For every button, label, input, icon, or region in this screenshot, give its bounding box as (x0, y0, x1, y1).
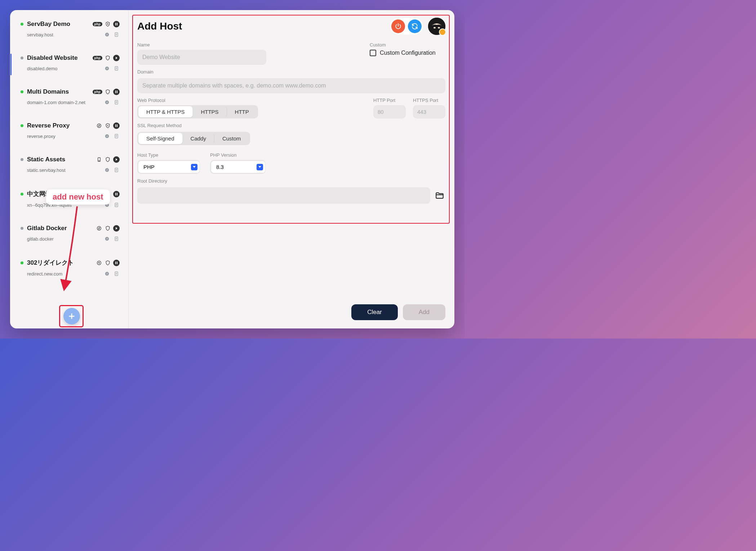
shield-icon (104, 260, 111, 266)
document-icon[interactable] (113, 31, 120, 38)
host-domain: reverse.proxy (27, 134, 100, 139)
add-host-form: Name Custom Custom Configuration Domain … (137, 39, 445, 204)
svg-rect-1 (115, 23, 116, 26)
host-type-label: Host Type (137, 152, 200, 158)
svg-point-17 (99, 161, 99, 161)
avatar[interactable] (428, 18, 445, 35)
php-version-select[interactable]: 8.3 (211, 161, 265, 173)
domain-input[interactable] (137, 78, 445, 93)
sidebar-host-item[interactable]: ServBay Demophpservbay.host (10, 18, 128, 42)
sidebar-host-item[interactable]: Gitlab Dockergitlab.docker (10, 222, 128, 246)
php-badge-icon: php (93, 56, 102, 60)
ssl-method-segmented: Self-Signed Caddy Custom (137, 132, 250, 145)
ssl-caddy[interactable]: Caddy (183, 133, 214, 144)
compass-icon[interactable] (104, 270, 110, 277)
swap-icon (96, 122, 102, 129)
svg-rect-21 (117, 193, 117, 195)
custom-config-checkbox[interactable] (370, 50, 376, 56)
ssl-method-label: SSL Request Method (137, 123, 445, 128)
pause-icon[interactable] (113, 260, 120, 266)
status-dot-icon (21, 227, 23, 230)
svg-point-33 (433, 27, 436, 28)
compass-icon[interactable] (104, 133, 110, 139)
pause-icon[interactable] (113, 21, 120, 27)
device-icon (96, 156, 102, 163)
host-name: Reverse Proxy (27, 122, 92, 129)
host-domain: gitlab.docker (27, 236, 100, 242)
https-port-label: HTTPS Port (413, 98, 445, 103)
php-badge-icon: php (93, 90, 102, 94)
svg-point-34 (438, 27, 440, 28)
sidebar-host-item[interactable]: Static Assetsstatic.servbay.host (10, 153, 128, 178)
play-icon[interactable] (113, 225, 120, 232)
protocol-https[interactable]: HTTPS (193, 106, 227, 117)
compass-icon[interactable] (104, 31, 110, 38)
svg-rect-2 (117, 23, 117, 26)
host-domain: redirect.new.com (27, 271, 100, 277)
pause-icon[interactable] (113, 89, 120, 95)
browse-folder-button[interactable] (434, 191, 445, 201)
ssl-custom[interactable]: Custom (214, 133, 249, 144)
sidebar-host-item[interactable]: Multi Domainsphpdomain-1.com domain-2.ne… (10, 85, 128, 110)
play-icon[interactable] (113, 156, 120, 163)
document-icon[interactable] (113, 270, 120, 277)
svg-point-24 (97, 227, 101, 230)
ssl-self-signed[interactable]: Self-Signed (138, 133, 183, 144)
sidebar-host-item[interactable]: Reverse Proxyreverse.proxy (10, 119, 128, 144)
redirect-icon (96, 260, 102, 266)
svg-rect-28 (115, 261, 116, 264)
add-button[interactable]: Add (403, 304, 445, 320)
footer-actions: Clear Add (351, 304, 445, 320)
http-port-label: HTTP Port (373, 98, 406, 103)
document-icon[interactable] (113, 202, 120, 208)
document-icon[interactable] (113, 167, 120, 173)
document-icon[interactable] (113, 236, 120, 242)
compass-icon[interactable] (104, 65, 110, 72)
host-domain: servbay.host (27, 32, 100, 37)
pause-icon[interactable] (113, 191, 120, 197)
http-port-input[interactable] (373, 105, 406, 118)
root-dir-input[interactable] (137, 187, 430, 204)
host-name: Gitlab Docker (27, 225, 92, 232)
status-dot-icon (21, 124, 23, 127)
host-type-select[interactable]: PHP (138, 161, 200, 173)
host-name: Static Assets (27, 156, 92, 163)
sidebar-host-item[interactable]: 302リダイレクトredirect.new.com (10, 256, 128, 281)
shield-lock-icon (104, 21, 111, 27)
php-version-label: PHP Version (210, 152, 266, 158)
protocol-http[interactable]: HTTP (227, 106, 257, 117)
document-icon[interactable] (113, 99, 120, 106)
pause-icon[interactable] (113, 122, 120, 129)
status-dot-icon (21, 158, 23, 161)
svg-rect-20 (115, 193, 116, 195)
web-protocol-segmented: HTTP & HTTPS HTTPS HTTP (137, 105, 258, 118)
host-domain: domain-1.com domain-2.net (27, 100, 100, 105)
page-title: Add Host (137, 21, 390, 32)
shield-icon (104, 55, 111, 61)
add-host-fab[interactable] (63, 308, 80, 324)
svg-rect-7 (115, 91, 116, 93)
refresh-button[interactable] (408, 19, 422, 33)
name-input[interactable] (137, 50, 266, 65)
compass-icon[interactable] (104, 99, 110, 106)
document-icon[interactable] (113, 65, 120, 72)
compass-icon[interactable] (104, 167, 110, 173)
web-protocol-label: Web Protocol (137, 98, 366, 103)
host-name: ServBay Demo (27, 21, 89, 28)
svg-rect-13 (117, 125, 117, 127)
compass-icon[interactable] (104, 236, 110, 242)
domain-label: Domain (137, 69, 445, 75)
clear-button[interactable]: Clear (351, 304, 398, 320)
play-icon[interactable] (113, 55, 120, 61)
document-icon[interactable] (113, 133, 120, 139)
sidebar-host-item[interactable]: Disabled Websitephpdisabled.demo (10, 51, 128, 76)
host-domain: disabled.demo (27, 66, 100, 71)
svg-rect-8 (117, 91, 117, 93)
annotation-hint: add new host (46, 189, 110, 205)
header-actions (390, 18, 423, 35)
svg-rect-29 (117, 261, 117, 264)
main-panel: Add Host Name Custom (129, 10, 454, 328)
https-port-input[interactable] (413, 105, 445, 118)
power-button[interactable] (391, 19, 405, 33)
protocol-http-https[interactable]: HTTP & HTTPS (138, 106, 193, 117)
